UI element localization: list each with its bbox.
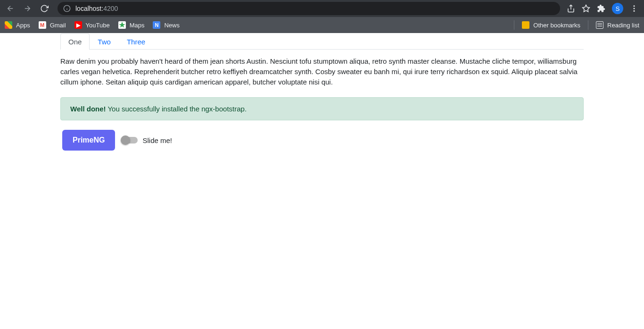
profile-avatar[interactable]: S bbox=[612, 3, 623, 14]
bookmark-gmail[interactable]: M Gmail bbox=[39, 21, 66, 29]
reading-list-label: Reading list bbox=[607, 22, 639, 29]
gmail-icon: M bbox=[39, 21, 46, 29]
bookmark-maps[interactable]: Maps bbox=[118, 21, 145, 29]
alert-strong: Well done! bbox=[70, 105, 106, 113]
tabs: One Two Three bbox=[60, 34, 584, 50]
svg-point-7 bbox=[634, 10, 635, 12]
folder-icon bbox=[522, 21, 529, 29]
other-bookmarks-label: Other bookmarks bbox=[533, 22, 580, 29]
controls-row: PrimeNG Slide me! bbox=[62, 130, 584, 151]
other-bookmarks[interactable]: Other bookmarks bbox=[522, 21, 580, 29]
share-icon[interactable] bbox=[567, 4, 575, 13]
url-port: 4200 bbox=[103, 5, 118, 12]
success-alert: Well done! You successfully installed th… bbox=[60, 97, 584, 120]
news-icon: N bbox=[153, 21, 160, 29]
forward-button[interactable] bbox=[21, 2, 34, 15]
bookmark-star-icon[interactable] bbox=[582, 4, 590, 13]
back-button[interactable] bbox=[4, 2, 17, 15]
tab-three[interactable]: Three bbox=[119, 34, 153, 50]
address-bar[interactable]: localhost:4200 bbox=[58, 2, 560, 15]
reading-list-icon bbox=[596, 21, 603, 29]
svg-marker-4 bbox=[583, 5, 590, 12]
slide-toggle[interactable]: Slide me! bbox=[122, 136, 172, 144]
bookmark-news[interactable]: N News bbox=[153, 21, 180, 29]
toggle-label: Slide me! bbox=[142, 136, 172, 144]
menu-icon[interactable] bbox=[630, 4, 638, 13]
bookmark-label: News bbox=[164, 22, 180, 29]
tab-content: Raw denim you probably haven't heard of … bbox=[60, 50, 584, 87]
url-text: localhost:4200 bbox=[75, 5, 554, 12]
tab-content-text: Raw denim you probably haven't heard of … bbox=[60, 57, 578, 86]
site-info-icon[interactable] bbox=[63, 5, 71, 12]
toggle-track[interactable] bbox=[122, 137, 138, 143]
page-content: One Two Three Raw denim you probably hav… bbox=[0, 34, 644, 151]
svg-point-5 bbox=[634, 5, 635, 7]
url-host: localhost: bbox=[75, 5, 103, 12]
bookmark-label: Maps bbox=[130, 22, 145, 29]
browser-toolbar: localhost:4200 S bbox=[0, 0, 644, 17]
svg-point-6 bbox=[634, 8, 635, 9]
bookmarks-bar: Apps M Gmail ▶ YouTube Maps N News Other… bbox=[0, 17, 644, 33]
tab-two[interactable]: Two bbox=[90, 34, 119, 50]
bookmark-label: Apps bbox=[16, 22, 30, 29]
primeng-button[interactable]: PrimeNG bbox=[62, 130, 115, 151]
youtube-icon: ▶ bbox=[74, 21, 82, 29]
bookmark-label: YouTube bbox=[86, 22, 110, 29]
apps-icon bbox=[5, 21, 12, 29]
tab-one[interactable]: One bbox=[60, 34, 90, 50]
reading-list[interactable]: Reading list bbox=[596, 21, 639, 29]
reload-button[interactable] bbox=[38, 2, 51, 15]
bookmark-youtube[interactable]: ▶ YouTube bbox=[74, 21, 110, 29]
divider bbox=[514, 20, 514, 30]
divider bbox=[588, 20, 588, 30]
bookmark-apps[interactable]: Apps bbox=[5, 21, 30, 29]
toolbar-right: S bbox=[567, 3, 640, 14]
maps-icon bbox=[118, 21, 126, 29]
extensions-icon[interactable] bbox=[597, 4, 605, 13]
bookmark-label: Gmail bbox=[50, 22, 66, 29]
alert-text: You successfully installed the ngx-boots… bbox=[106, 105, 247, 113]
